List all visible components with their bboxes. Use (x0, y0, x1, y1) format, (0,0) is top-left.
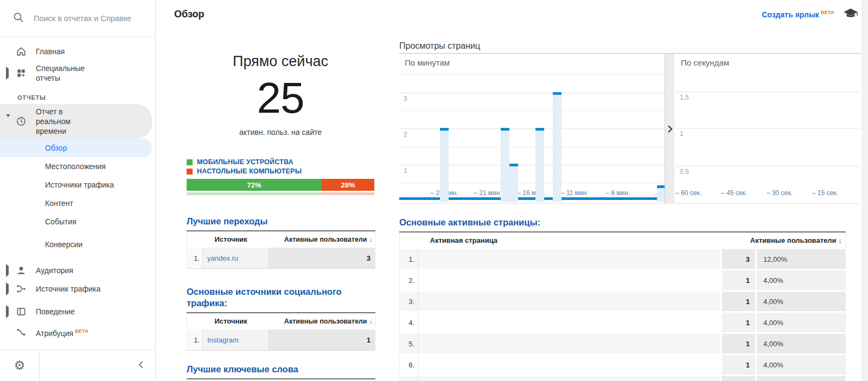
column-header-users[interactable]: Активные пользователи↓ (269, 313, 375, 329)
active-pages-table: Активная страница Активные пользователи↓… (399, 231, 846, 381)
column-header-users[interactable]: Активные пользователи↓ (269, 231, 375, 247)
settings-button[interactable]: ⚙ (0, 350, 40, 381)
column-header-active-page[interactable]: Активная страница (418, 232, 722, 249)
expand-arrow-icon (6, 68, 9, 78)
sidebar-item-label: Аудитория (36, 266, 73, 275)
sidebar-item-custom-reports[interactable]: Специальные отчеты (0, 61, 155, 86)
chevron-right-icon (667, 125, 673, 133)
search-bar[interactable]: Поиск в отчетах и Справке (0, 0, 155, 37)
sidebar-item-label: Главная (36, 47, 65, 56)
y-tick-label: 0,5 (680, 168, 689, 176)
desktop-legend-swatch (187, 169, 193, 175)
row-pg (418, 312, 722, 333)
sidebar-item-audience[interactable]: Аудитория (0, 261, 155, 280)
sidebar-item-attribution[interactable]: АтрибуцияБЕТА (0, 323, 155, 341)
social-title: Основные источники социального трафика: (187, 286, 375, 309)
legend-label: НАСТОЛЬНЫЕ КОМПЬЮТЕРЫ (197, 167, 302, 175)
row-us: 1 (721, 354, 756, 376)
row-pg (418, 354, 722, 376)
y-tick-label: 2 (404, 131, 407, 138)
pageviews-charts: Просмотры страниц По минутам 3 2 1 – 26 … (399, 38, 861, 204)
sidebar-item-locations[interactable]: Местоположения (0, 157, 155, 176)
row-pg (418, 291, 722, 312)
desktop-bar-segment: 28% (322, 179, 374, 191)
create-shortcut-link[interactable]: Создать ярлыкБЕТА (762, 10, 834, 20)
social-table: Источник Активные пользователи↓ 1. Insta… (187, 312, 375, 351)
active-users-count: 25 (187, 76, 374, 120)
search-icon (13, 12, 24, 25)
column-header-source[interactable]: Источник (203, 231, 269, 247)
column-header-users[interactable]: Активные пользователи↓ (721, 232, 846, 249)
right-now-title: Прямо сейчас (187, 53, 374, 70)
row-sh: 12,00% (756, 249, 846, 270)
row-us: 1 (721, 333, 756, 354)
graduation-cap-icon (843, 8, 859, 20)
active-pages-tbody: 1.312,00%2.14,00%3.14,00%4.14,00%5.14,00… (400, 249, 846, 381)
sidebar-item-conversions[interactable]: Конверсии (0, 235, 155, 254)
x-tick-label: – 60 сек. (675, 189, 701, 197)
mobile-bar-reflection (187, 192, 322, 195)
behavior-icon (15, 306, 27, 318)
insights-button[interactable] (843, 8, 859, 22)
sidebar-item-traffic-sources[interactable]: Источники трафика (0, 176, 155, 194)
row-source: Instagram (203, 329, 269, 351)
sidebar-item-events[interactable]: События (0, 212, 155, 231)
search-placeholder: Поиск в отчетах и Справке (34, 14, 142, 23)
row-source: yandex.ru (203, 247, 269, 269)
chevron-left-icon (138, 360, 144, 369)
keywords-table: Ключевое слово Активные пользователи↓ (187, 378, 375, 381)
mobile-bar-segment: 72% (187, 179, 322, 191)
x-tick-label: – 30 сек. (767, 189, 793, 197)
sidebar-item-home[interactable]: Главная (0, 42, 155, 61)
row-us: 1 (721, 291, 756, 312)
referrals-title: Лучшие переходы (187, 216, 375, 227)
row-sh: 4,00% (756, 376, 846, 381)
row-pg (418, 333, 722, 354)
collapse-sidebar-button[interactable] (138, 360, 144, 371)
pageviews-minute-bar (501, 128, 509, 202)
sidebar-item-behavior[interactable]: Поведение (0, 302, 155, 321)
pageviews-minute-bar (440, 128, 449, 202)
row-sh: 4,00% (756, 312, 846, 333)
sidebar-item-realtime[interactable]: Отчет в реальном времени (0, 104, 152, 139)
sidebar-item-overview[interactable]: Обзор (0, 139, 152, 157)
table-row: 1. yandex.ru 3 (187, 247, 375, 269)
scroll-gutter[interactable] (862, 0, 868, 381)
row-us: 1 (721, 376, 756, 381)
right-now-card: Прямо сейчас 25 активн. польз. на сайте … (187, 48, 374, 195)
custom-reports-icon (15, 67, 27, 79)
source-link[interactable]: yandex.ru (207, 254, 238, 262)
row-sh: 4,00% (756, 291, 846, 312)
desktop-bar-reflection (322, 192, 374, 195)
row-sh: 4,00% (756, 354, 846, 376)
x-tick-label: – 15 сек. (812, 189, 838, 197)
column-header-users[interactable]: Активные пользователи↓ (270, 379, 375, 381)
legend-mobile: МОБИЛЬНЫЕ УСТРОЙСТВА (187, 158, 374, 166)
sidebar-nav: Главная Специальные отчеты ОТЧЕТЫ Отчет … (0, 37, 155, 341)
acquisition-icon (15, 283, 27, 295)
minutes-axis-baseline (399, 197, 665, 200)
pageviews-minute-bar (657, 185, 665, 202)
sidebar-item-acquisition[interactable]: Источник трафика (0, 280, 155, 298)
column-header-source[interactable]: Источник (203, 313, 269, 329)
row-pg (418, 270, 722, 291)
row-users: 3 (269, 247, 375, 269)
pageviews-title: Просмотры страниц (399, 41, 861, 51)
page-title: Обзор (174, 9, 204, 20)
sidebar-item-label: Источник трафика (36, 284, 100, 294)
referrals-table: Источник Активные пользователи↓ 1. yande… (187, 230, 375, 269)
sidebar-item-label: Отчет в реальном времени (36, 107, 85, 136)
source-link[interactable]: Instagram (207, 336, 239, 344)
active-users-subtitle: активн. польз. на сайте (187, 128, 374, 137)
clock-icon (15, 115, 27, 127)
beta-badge: БЕТА (75, 328, 88, 334)
table-row: 4.14,00% (400, 312, 846, 333)
column-header-keyword[interactable]: Ключевое слово (188, 379, 270, 381)
sidebar-item-content[interactable]: Контент (0, 194, 155, 212)
panel-toggle[interactable] (665, 54, 675, 204)
gear-icon: ⚙ (14, 358, 25, 373)
header-actions: Создать ярлыкБЕТА (762, 8, 859, 22)
row-rank: 5. (400, 333, 418, 354)
table-row: 2.14,00% (400, 270, 846, 291)
x-tick-label: – 6 мин. (606, 189, 630, 197)
